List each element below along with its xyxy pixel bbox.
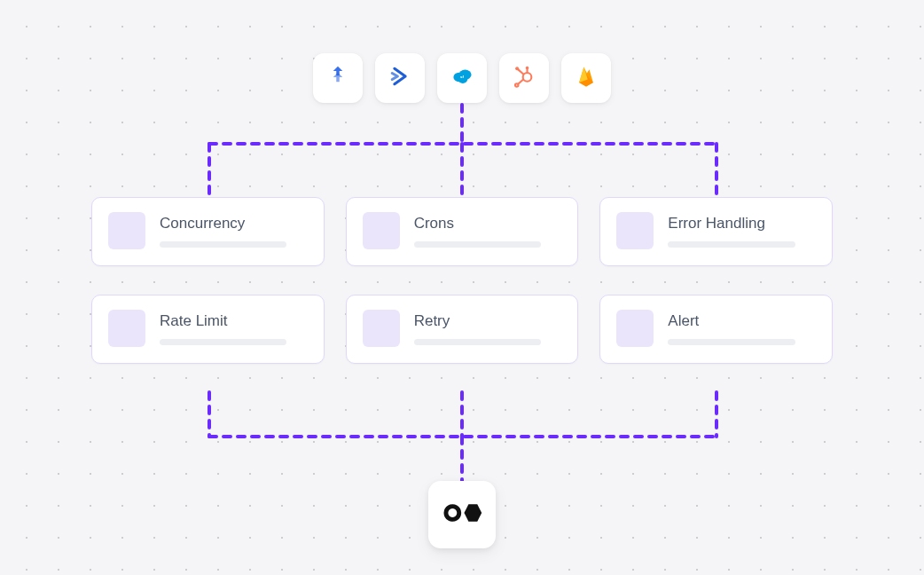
svg-point-16: [526, 67, 529, 70]
integration-icon-row: sf: [313, 53, 611, 103]
card-title: Alert: [668, 312, 816, 330]
feature-card-retry: Retry: [346, 295, 579, 364]
card-title: Concurrency: [160, 215, 308, 232]
card-title: Rate Limit: [160, 312, 308, 330]
activecampaign-icon: [388, 64, 412, 92]
feature-card-error-handling: Error Handling: [599, 197, 833, 266]
integration-jira: [313, 53, 363, 103]
svg-point-14: [523, 73, 532, 82]
integration-activecampaign: [375, 53, 425, 103]
integration-firebase: [561, 53, 611, 103]
card-title: Retry: [414, 312, 562, 330]
card-chip-icon: [108, 212, 145, 249]
salesforce-icon: sf: [450, 64, 474, 92]
diagram-canvas: sf Concurrency Crons: [0, 0, 924, 575]
card-placeholder-bar: [668, 339, 795, 345]
card-placeholder-bar: [160, 241, 286, 248]
svg-line-19: [518, 69, 524, 75]
feature-card-rate-limit: Rate Limit: [91, 295, 325, 364]
svg-text:sf: sf: [460, 75, 464, 79]
card-title: Error Handling: [668, 215, 816, 232]
firebase-icon: [574, 64, 599, 92]
card-title: Crons: [414, 215, 562, 232]
integration-salesforce: sf: [437, 53, 487, 103]
target-brand-tile: [428, 481, 496, 548]
integration-hubspot: [499, 53, 549, 103]
jira-icon: [325, 64, 350, 92]
card-chip-icon: [616, 212, 654, 249]
card-chip-icon: [616, 310, 654, 347]
svg-point-18: [515, 83, 519, 87]
card-chip-icon: [363, 310, 400, 347]
feature-card-alert: Alert: [599, 295, 833, 364]
card-chip-icon: [363, 212, 400, 249]
card-placeholder-bar: [414, 339, 541, 345]
svg-point-20: [515, 67, 519, 70]
card-placeholder-bar: [414, 241, 541, 248]
card-placeholder-bar: [668, 241, 795, 248]
card-chip-icon: [108, 310, 145, 347]
feature-card-concurrency: Concurrency: [91, 197, 325, 266]
hubspot-icon: [512, 64, 536, 92]
card-placeholder-bar: [160, 339, 286, 345]
feature-card-crons: Crons: [346, 197, 579, 266]
svg-marker-21: [464, 504, 482, 522]
feature-card-grid: Concurrency Crons Error Handling Rate Li…: [91, 197, 833, 364]
target-brand-icon: [442, 500, 482, 530]
